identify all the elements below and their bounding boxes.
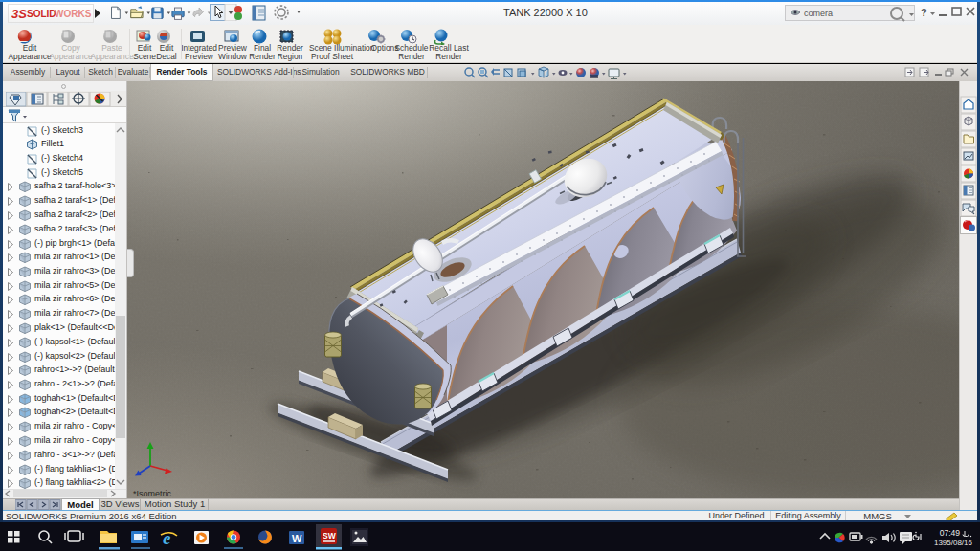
svg-text:*Isometric: *Isometric (133, 489, 172, 498)
svg-text:W: W (292, 533, 302, 544)
svg-text:SOLID: SOLID (27, 9, 56, 19)
svg-text:3S: 3S (11, 7, 27, 21)
svg-text:comera: comera (804, 9, 833, 18)
svg-text:WORKS: WORKS (55, 9, 92, 19)
svg-text:1395/08/16: 1395/08/16 (934, 539, 973, 547)
svg-text:07:49: 07:49 (940, 528, 961, 538)
svg-text:SW: SW (323, 531, 337, 540)
svg-text:e: e (163, 528, 171, 548)
